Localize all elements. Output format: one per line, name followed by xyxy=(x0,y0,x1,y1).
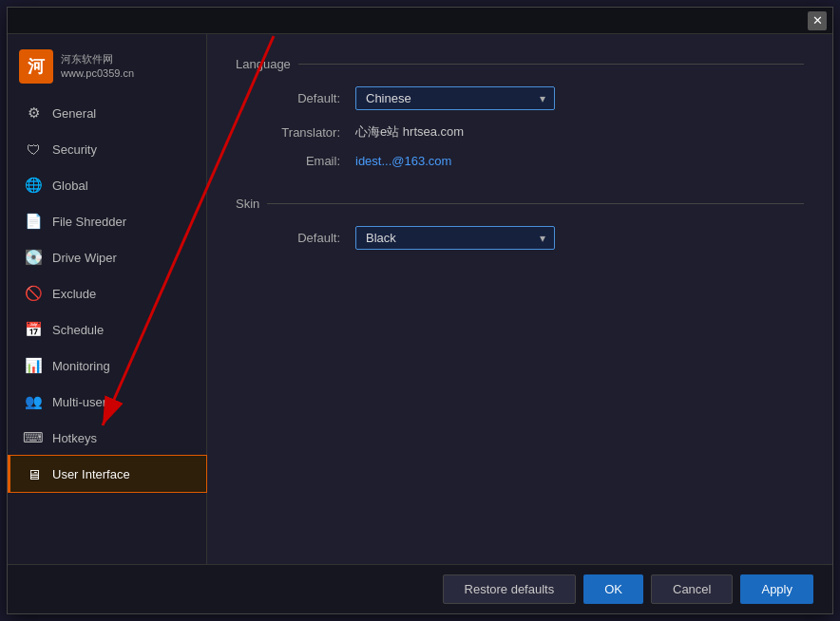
monitoring-icon: 📊 xyxy=(24,356,43,375)
sidebar-item-label: File Shredder xyxy=(52,215,126,229)
sidebar-item-label: Monitoring xyxy=(52,359,110,373)
drive-wiper-icon: 💽 xyxy=(24,248,43,267)
sidebar-item-label: Drive Wiper xyxy=(52,251,117,265)
global-icon: 🌐 xyxy=(24,176,43,195)
language-select[interactable]: Chinese English French German Spanish xyxy=(355,86,555,110)
sidebar-item-label: Exclude xyxy=(52,287,96,301)
sidebar-item-label: General xyxy=(52,106,96,121)
translator-value: 心海e站 hrtsea.com xyxy=(355,123,464,141)
email-row: Email: idest...@163.com xyxy=(236,154,804,168)
sidebar-item-multi-user[interactable]: 👥 Multi-user xyxy=(8,384,206,420)
dialog-footer: Restore defaults OK Cancel Apply xyxy=(8,564,832,613)
multi-user-icon: 👥 xyxy=(24,392,43,411)
cancel-button[interactable]: Cancel xyxy=(651,574,733,604)
settings-dialog: ✕ 河 河东软件网www.pc0359.cn ⚙ General 🛡 Secur… xyxy=(7,7,833,614)
translator-label: Translator: xyxy=(255,125,340,140)
dialog-body: 河 河东软件网www.pc0359.cn ⚙ General 🛡 Securit… xyxy=(8,34,832,564)
logo-text: 河东软件网www.pc0359.cn xyxy=(61,52,134,82)
user-interface-icon: 🖥 xyxy=(24,464,43,483)
apply-button[interactable]: Apply xyxy=(740,574,813,604)
translator-row: Translator: 心海e站 hrtsea.com xyxy=(236,123,804,141)
sidebar-item-label: Schedule xyxy=(52,323,104,337)
file-shredder-icon: 📄 xyxy=(24,212,43,231)
sidebar-item-schedule[interactable]: 📅 Schedule xyxy=(8,311,206,348)
email-value: idest...@163.com xyxy=(355,154,451,168)
language-select-wrapper[interactable]: Chinese English French German Spanish xyxy=(355,86,555,110)
sidebar-item-exclude[interactable]: 🚫 Exclude xyxy=(8,275,206,311)
logo-icon: 河 xyxy=(19,49,53,84)
sidebar-item-label: Multi-user xyxy=(52,395,106,409)
sidebar-item-drive-wiper[interactable]: 💽 Drive Wiper xyxy=(8,239,206,275)
sidebar-item-label: User Interface xyxy=(52,467,130,481)
sidebar-item-hotkeys[interactable]: ⌨ Hotkeys xyxy=(8,420,206,456)
sidebar-item-general[interactable]: ⚙ General xyxy=(8,95,206,131)
arrow-overlay xyxy=(207,34,832,564)
language-default-row: Default: Chinese English French German S… xyxy=(236,86,804,110)
general-icon: ⚙ xyxy=(24,104,43,122)
skin-select[interactable]: Black Dark Light xyxy=(355,226,555,250)
skin-section-title: Skin xyxy=(236,197,804,211)
sidebar-item-label: Security xyxy=(52,142,97,157)
skin-default-label: Default: xyxy=(255,231,340,245)
schedule-icon: 📅 xyxy=(24,320,43,339)
language-section-title: Language xyxy=(236,57,804,71)
sidebar: 河 河东软件网www.pc0359.cn ⚙ General 🛡 Securit… xyxy=(8,34,207,564)
ok-button[interactable]: OK xyxy=(583,574,643,604)
restore-defaults-button[interactable]: Restore defaults xyxy=(443,574,577,604)
sidebar-item-monitoring[interactable]: 📊 Monitoring xyxy=(8,348,206,384)
skin-select-wrapper[interactable]: Black Dark Light xyxy=(355,226,555,250)
main-content: Language Default: Chinese English French… xyxy=(207,34,832,564)
sidebar-item-label: Hotkeys xyxy=(52,431,97,445)
close-button[interactable]: ✕ xyxy=(808,11,827,30)
skin-section: Skin Default: Black Dark Light xyxy=(236,197,804,250)
sidebar-item-label: Global xyxy=(52,179,88,193)
email-label: Email: xyxy=(255,154,340,168)
exclude-icon: 🚫 xyxy=(24,284,43,303)
sidebar-item-file-shredder[interactable]: 📄 File Shredder xyxy=(8,203,206,239)
titlebar: ✕ xyxy=(8,8,832,34)
hotkeys-icon: ⌨ xyxy=(24,428,43,447)
email-link[interactable]: idest...@163.com xyxy=(355,154,451,168)
sidebar-item-global[interactable]: 🌐 Global xyxy=(8,167,206,203)
sidebar-item-security[interactable]: 🛡 Security xyxy=(8,131,206,167)
language-default-label: Default: xyxy=(255,91,340,105)
skin-default-row: Default: Black Dark Light xyxy=(236,226,804,250)
sidebar-item-user-interface[interactable]: 🖥 User Interface xyxy=(8,456,206,492)
security-icon: 🛡 xyxy=(24,140,43,159)
sidebar-logo: 河 河东软件网www.pc0359.cn xyxy=(8,42,206,95)
